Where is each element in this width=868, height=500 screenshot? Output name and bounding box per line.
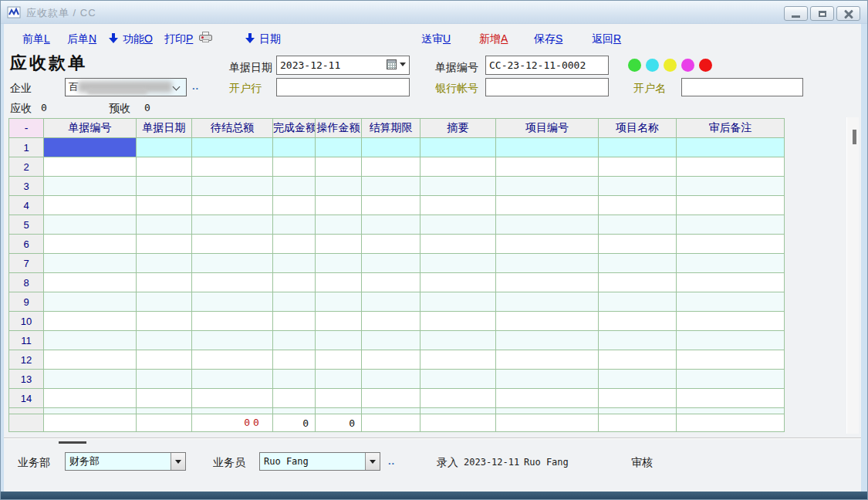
grid-cell[interactable] xyxy=(44,331,137,350)
functions-down-arrow-icon[interactable] xyxy=(109,33,118,43)
grid-cell[interactable] xyxy=(316,254,362,273)
account-name-field[interactable] xyxy=(681,78,803,96)
row-number[interactable]: 6 xyxy=(9,235,44,254)
grid-cell[interactable] xyxy=(496,312,599,331)
grid-cell[interactable] xyxy=(273,157,316,177)
add-new-button[interactable]: 新增A xyxy=(479,32,508,46)
grid-cell[interactable] xyxy=(496,389,599,408)
grid-cell[interactable] xyxy=(599,389,677,408)
grid-cell[interactable] xyxy=(192,273,273,292)
grid-cell[interactable] xyxy=(44,273,137,292)
grid-cell[interactable] xyxy=(599,177,677,196)
status-dot[interactable] xyxy=(646,59,659,72)
grid-cell[interactable] xyxy=(677,157,785,177)
grid-cell[interactable] xyxy=(137,414,192,432)
selected-cell[interactable] xyxy=(44,138,137,157)
grid-cell[interactable] xyxy=(137,177,192,196)
grid-cell[interactable] xyxy=(420,273,496,292)
scrollbar-thumb[interactable] xyxy=(853,130,856,144)
column-header[interactable]: 待结总额 xyxy=(192,119,273,138)
grid-cell[interactable] xyxy=(273,331,316,350)
row-number[interactable]: 5 xyxy=(9,215,44,235)
grid-cell[interactable] xyxy=(192,292,273,312)
grid-cell[interactable] xyxy=(273,215,316,235)
grid-cell[interactable] xyxy=(420,235,496,254)
submit-audit-button[interactable]: 送审U xyxy=(421,32,451,46)
date-down-arrow-icon[interactable] xyxy=(245,33,255,43)
row-number[interactable]: 9 xyxy=(9,292,44,312)
grid-cell[interactable] xyxy=(599,235,677,254)
grid-cell[interactable] xyxy=(316,292,362,312)
row-number[interactable]: 12 xyxy=(9,350,44,370)
column-header[interactable]: 单据编号 xyxy=(44,119,137,138)
print-button[interactable]: 打印P xyxy=(164,32,193,46)
grid-cell[interactable] xyxy=(44,408,137,414)
clerk-dropdown-button[interactable] xyxy=(365,453,380,470)
grid-cell[interactable] xyxy=(192,138,273,157)
grid-cell[interactable] xyxy=(677,254,785,273)
grid-cell[interactable] xyxy=(362,215,420,235)
row-number[interactable]: 7 xyxy=(9,254,44,273)
grid-cell[interactable] xyxy=(273,389,316,408)
grid-cell[interactable] xyxy=(420,370,496,389)
row-number[interactable]: 10 xyxy=(9,312,44,331)
grid-cell[interactable] xyxy=(137,215,192,235)
grid-cell[interactable] xyxy=(316,177,362,196)
grid-vertical-scrollbar[interactable] xyxy=(846,117,859,434)
grid-cell[interactable] xyxy=(192,350,273,370)
column-header[interactable]: 操作金额 xyxy=(316,119,362,138)
grid-cell[interactable] xyxy=(420,177,496,196)
grid-cell[interactable] xyxy=(599,273,677,292)
grid-cell[interactable] xyxy=(137,370,192,389)
grid-cell[interactable] xyxy=(137,331,192,350)
save-button[interactable]: 保存S xyxy=(534,32,562,46)
grid-cell[interactable] xyxy=(137,157,192,177)
doc-date-field[interactable]: 2023-12-11 xyxy=(276,56,410,75)
clerk-more-link[interactable]: .. xyxy=(388,455,395,467)
grid-cell[interactable] xyxy=(316,215,362,235)
grid-cell[interactable] xyxy=(362,331,420,350)
column-header[interactable]: 结算期限 xyxy=(362,119,420,138)
grid-cell[interactable] xyxy=(362,414,420,432)
grid-cell[interactable] xyxy=(192,196,273,215)
grid-cell[interactable] xyxy=(599,138,677,157)
grid-cell[interactable] xyxy=(44,350,137,370)
grid-cell[interactable] xyxy=(273,235,316,254)
grid-cell[interactable] xyxy=(273,177,316,196)
grid-cell[interactable] xyxy=(599,292,677,312)
grid-cell[interactable] xyxy=(420,157,496,177)
grid-cell[interactable] xyxy=(44,254,137,273)
date-dropdown-caret-icon[interactable] xyxy=(400,62,406,66)
grid-cell[interactable] xyxy=(44,312,137,331)
column-header[interactable]: 项目编号 xyxy=(496,119,599,138)
grid-cell[interactable] xyxy=(273,370,316,389)
department-combobox[interactable]: 财务部 xyxy=(65,452,186,471)
grid-cell[interactable] xyxy=(362,312,420,331)
grid-cell[interactable] xyxy=(362,292,420,312)
grid-cell[interactable] xyxy=(362,196,420,215)
grid-cell[interactable] xyxy=(677,370,785,389)
grid-cell[interactable] xyxy=(677,273,785,292)
column-header[interactable]: 审后备注 xyxy=(677,119,785,138)
grid-cell[interactable] xyxy=(44,215,137,235)
row-number[interactable]: 11 xyxy=(9,331,44,350)
grid-cell[interactable] xyxy=(677,292,785,312)
select-all-header[interactable]: - xyxy=(9,119,44,138)
grid-cell[interactable] xyxy=(44,370,137,389)
company-more-link[interactable]: .. xyxy=(192,80,199,92)
maximize-button[interactable] xyxy=(810,6,834,21)
grid-cell[interactable] xyxy=(496,138,599,157)
grid-cell[interactable] xyxy=(420,215,496,235)
grid-cell[interactable] xyxy=(137,138,192,157)
grid-cell[interactable] xyxy=(362,389,420,408)
next-doc-button[interactable]: 后单N xyxy=(67,32,96,46)
grid-cell[interactable] xyxy=(677,138,785,157)
grid-cell[interactable] xyxy=(44,157,137,177)
row-number[interactable] xyxy=(9,408,44,414)
grid-cell[interactable] xyxy=(420,292,496,312)
status-dot[interactable] xyxy=(699,59,712,72)
grid-cell[interactable] xyxy=(137,350,192,370)
clerk-combobox[interactable]: Ruo Fang xyxy=(259,452,380,471)
grid-cell[interactable] xyxy=(316,196,362,215)
status-dot[interactable] xyxy=(628,59,641,72)
